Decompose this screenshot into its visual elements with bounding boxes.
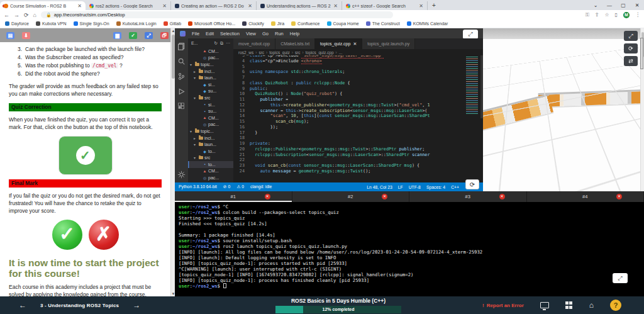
bookmark-item[interactable]: Jira [271, 21, 284, 26]
bookmark-item[interactable]: KOMMs Calendar [407, 21, 448, 26]
editor-tab-move_robot.cpp[interactable]: move_robot.cpp [233, 38, 275, 49]
tree-item-pac[interactable]: ◎pac... [188, 55, 233, 62]
next-lesson-button[interactable]: → [133, 301, 140, 310]
bookmark-item[interactable]: KubotaLink Login [116, 21, 157, 26]
tab-close-icon[interactable]: ✕ [77, 3, 82, 9]
tree-item-si[interactable]: ▪si... [188, 101, 233, 108]
profile-avatar[interactable]: M [623, 12, 630, 18]
code-area[interactable]: 3class="cp">#include "sensor_msgs/msg/la… [233, 55, 483, 174]
browser-tab[interactable]: Creating an action — ROS 2 Do✕ [171, 1, 257, 10]
close-icon[interactable]: ✕ [630, 3, 644, 8]
files-icon[interactable] [177, 42, 186, 50]
sim-sync-button[interactable]: ⇄ [624, 56, 638, 66]
status-item[interactable]: LF [398, 185, 403, 189]
tab-close-icon[interactable]: ✕ [248, 3, 252, 9]
run-debug-icon[interactable] [177, 87, 186, 96]
simulation-view[interactable]: ⤢⟳⇄ [483, 28, 644, 191]
menu-help[interactable]: Help [290, 31, 299, 36]
status-item[interactable]: UTF-8 [409, 185, 421, 189]
help-button[interactable]: ? [610, 300, 621, 311]
breadcrumb-item[interactable]: src [258, 50, 264, 55]
check-circle-icon[interactable]: ✓ [129, 32, 137, 39]
prev-lesson-button[interactable]: ← [19, 301, 26, 310]
browser-tab[interactable]: ros2 actions - Google Search✕ [86, 1, 171, 10]
breadcrumb-item[interactable]: topics_quiz.cpp [306, 50, 334, 55]
tree-item-to[interactable]: ◆to... [188, 148, 233, 155]
new-tab-button[interactable]: + [430, 2, 438, 9]
bookmark-item[interactable]: Single Sign-On [74, 21, 109, 26]
bookmark-star-icon[interactable]: ☆ [604, 12, 609, 18]
menu-file[interactable]: File [192, 31, 199, 36]
bookmark-item[interactable]: Coupa Home [327, 21, 359, 26]
status-item[interactable]: ⊘ 0 [223, 184, 230, 189]
tree-item-to[interactable]: ▪to... [188, 161, 233, 168]
status-item[interactable]: ⚠ 0 [236, 184, 244, 189]
terminal-tab-2[interactable]: #2✕ [292, 191, 410, 202]
tree-item-CM[interactable]: ▲CM... [188, 115, 233, 121]
bookmark-item[interactable]: Microsoft Office Ho... [188, 21, 235, 26]
maximize-icon[interactable]: ▢ [616, 3, 630, 8]
more-icon[interactable]: ⋯ [226, 41, 230, 46]
tree-item-su[interactable]: ▪su... [188, 108, 233, 115]
display-icon[interactable]: 🗗 [160, 32, 169, 39]
bookmark-icon[interactable]: ⬇ [22, 32, 30, 39]
terminal-close-icon[interactable]: ✕ [265, 194, 270, 199]
tree-item-src[interactable]: ▾src [188, 155, 233, 162]
ide-reload-button[interactable]: ⟳ [465, 179, 479, 189]
tree-item-si[interactable]: ◆si... [188, 81, 233, 88]
report-error-button[interactable]: !Report an Error [482, 303, 524, 308]
menu-edit[interactable]: Edit [206, 31, 214, 36]
sidebar-icon[interactable]: ▯ [615, 12, 618, 18]
bookmark-item[interactable]: Kubota VPN [36, 21, 67, 26]
tree-item-su[interactable]: ◆su... [188, 88, 233, 95]
status-item[interactable]: C++ [451, 185, 459, 189]
browser-tab[interactable]: c++ sizeof - Google Search✕ [342, 1, 428, 10]
tree-item-src[interactable]: ▾src [188, 94, 233, 101]
sim-expand-button[interactable]: ⤢ [624, 31, 638, 41]
editor-tab-CMakeLists.txt[interactable]: CMakeLists.txt [275, 38, 315, 49]
reload-icon[interactable]: ⟳ [24, 12, 29, 18]
terminal-close-icon[interactable]: ✕ [499, 194, 505, 199]
terminal-scrollbar[interactable] [640, 38, 643, 69]
tree-item-incl[interactable]: ▸incl... [188, 135, 233, 142]
browser-tab[interactable]: Understanding actions — ROS 2✕ [257, 1, 342, 10]
bookmark-item[interactable]: Clockify [242, 21, 264, 26]
terminal-close-icon[interactable]: ✕ [616, 194, 622, 199]
collapse-icon[interactable]: ⧉ [220, 41, 223, 46]
terminal[interactable]: user:~/ros2_ws$ ^Cuser:~/ros2_ws$ colcon… [175, 202, 644, 296]
tree-item-CM[interactable]: ▲CM... [188, 48, 233, 55]
bookmark-item[interactable]: Dayforce [5, 21, 29, 26]
correct-quiz-button[interactable]: ✓ [58, 136, 113, 175]
reader-icon[interactable]: ▤ [6, 32, 14, 39]
sim-reload-button[interactable]: ⟳ [624, 43, 638, 53]
status-item[interactable]: Spaces: 4 [426, 185, 445, 189]
minimize-icon[interactable]: — [602, 3, 616, 8]
settings-gear-icon[interactable] [177, 171, 186, 179]
menu-go[interactable]: Go [262, 31, 269, 36]
home-icon[interactable]: ⌂ [33, 12, 36, 18]
breadcrumb-item[interactable]: ros2_ws [238, 50, 253, 55]
url-field[interactable]: 🔒 app.theconstructsim.com/Desktop [41, 11, 393, 18]
menu-dots-icon[interactable]: ⋮ [635, 12, 640, 18]
browser-tab[interactable]: Course Simulation - ROS2 B✕ [0, 1, 86, 10]
apps-grid-icon[interactable] [565, 301, 573, 309]
terminal-expand-button[interactable]: ⤢ [613, 273, 628, 283]
key-icon[interactable]: ⚿ [586, 12, 589, 18]
folder-icon[interactable]: ▆ [113, 32, 121, 39]
tree-item-incl[interactable]: ▸incl... [188, 68, 233, 75]
tab-close-icon[interactable]: ✕ [162, 3, 167, 9]
search-icon[interactable] [177, 57, 186, 65]
expand-icon[interactable]: ⤢ [145, 32, 153, 39]
terminal-close-icon[interactable]: ✕ [382, 194, 387, 199]
minimap[interactable] [466, 57, 478, 115]
status-item[interactable]: clangd: idle [250, 184, 272, 189]
bookmark-item[interactable]: The Construct [366, 21, 400, 26]
tree-item-CM[interactable]: ▲CM... [188, 168, 233, 175]
refresh-icon[interactable]: ↻ [214, 41, 218, 46]
status-item[interactable]: Ln 48, Col 23 [367, 185, 392, 189]
breadcrumb-item[interactable]: ... [339, 50, 342, 55]
source-control-icon[interactable] [177, 72, 186, 81]
bookmark-item[interactable]: Gitlab [164, 21, 181, 26]
tab-close-icon[interactable]: ✕ [333, 3, 338, 9]
share-icon[interactable]: ⇪ [595, 12, 599, 18]
